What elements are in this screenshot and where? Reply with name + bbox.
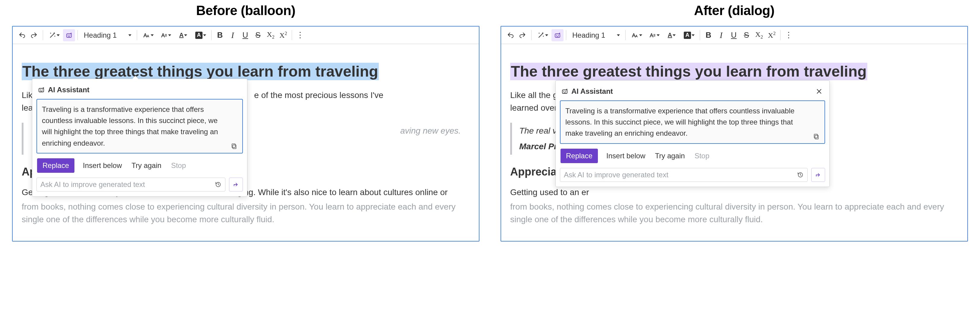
strikethrough-button[interactable]: S bbox=[740, 29, 752, 41]
document-body[interactable]: The three greatest things you learn from… bbox=[13, 44, 479, 241]
quote-fragment: aving new eyes. bbox=[400, 126, 461, 136]
copy-button[interactable] bbox=[231, 141, 239, 150]
chevron-down-icon bbox=[184, 34, 187, 36]
heading-select-label: Heading 1 bbox=[84, 31, 117, 40]
stop-button[interactable]: Stop bbox=[694, 150, 711, 162]
send-button[interactable] bbox=[229, 177, 243, 192]
copy-button[interactable] bbox=[813, 132, 821, 140]
ai-followup-input[interactable]: Ask AI to improve generated text bbox=[37, 177, 226, 192]
highlight-button[interactable]: A bbox=[192, 29, 209, 41]
more-button[interactable]: ⋮ bbox=[294, 29, 307, 41]
chevron-down-icon bbox=[673, 34, 676, 36]
insert-below-button[interactable]: Insert below bbox=[605, 150, 646, 162]
close-icon bbox=[816, 88, 822, 95]
ai-result-text: Traveling is a transformative experience… bbox=[42, 105, 218, 147]
try-again-button[interactable]: Try again bbox=[654, 150, 686, 162]
chevron-down-icon bbox=[657, 34, 660, 36]
doc-p1-fragment: e of the most precious lessons I've bbox=[254, 91, 383, 100]
doc-p2-line: single one of the differences while you … bbox=[510, 215, 763, 224]
ai-panel-title: AI Assistant bbox=[571, 86, 613, 97]
ai-commands-button[interactable] bbox=[534, 29, 551, 41]
highlight-icon: A bbox=[195, 32, 202, 39]
font-family-button[interactable] bbox=[646, 29, 662, 41]
ai-result-box: Traveling is a transformative experience… bbox=[560, 101, 825, 144]
try-again-button[interactable]: Try again bbox=[130, 160, 162, 172]
superscript-button[interactable]: X2 bbox=[277, 29, 289, 41]
chevron-down-icon bbox=[617, 34, 620, 36]
ai-result-box: Traveling is a transformative experience… bbox=[37, 99, 243, 153]
ai-bot-icon bbox=[561, 88, 568, 95]
chevron-down-icon bbox=[57, 34, 60, 36]
more-button[interactable]: ⋮ bbox=[783, 29, 795, 41]
doc-p1-fragment: Lik bbox=[22, 91, 33, 100]
strikethrough-button[interactable]: S bbox=[252, 29, 264, 41]
subscript-button[interactable]: X2 bbox=[264, 29, 277, 41]
doc-p2-line: from books, nothing comes close to exper… bbox=[510, 202, 944, 211]
toolbar: Heading 1 A A bbox=[501, 27, 967, 44]
ai-commands-button[interactable] bbox=[46, 29, 62, 41]
ai-assistant-dialog: AI Assistant Traveling is a transformati… bbox=[555, 80, 830, 187]
ai-assistant-button[interactable] bbox=[63, 29, 75, 41]
underline-button[interactable]: U bbox=[728, 29, 740, 41]
ai-followup-placeholder: Ask AI to improve generated text bbox=[564, 169, 668, 180]
stop-button[interactable]: Stop bbox=[170, 160, 187, 172]
redo-button[interactable] bbox=[28, 29, 40, 41]
more-vertical-icon: ⋮ bbox=[785, 30, 793, 40]
font-size-button[interactable] bbox=[140, 29, 156, 41]
column-title-before: Before (balloon) bbox=[12, 3, 479, 18]
font-color-icon: A bbox=[668, 32, 672, 38]
ai-panel-title: AI Assistant bbox=[48, 85, 89, 95]
chevron-down-icon bbox=[151, 34, 154, 36]
doc-p2-line: Getting used to an er bbox=[510, 188, 589, 197]
ai-bot-icon bbox=[38, 86, 45, 94]
toolbar: Heading 1 A A bbox=[13, 27, 479, 44]
doc-p2-line: from books, nothing comes close to exper… bbox=[22, 202, 456, 211]
chevron-down-icon bbox=[639, 34, 642, 36]
ai-assistant-button[interactable] bbox=[552, 29, 563, 41]
replace-button[interactable]: Replace bbox=[37, 158, 75, 173]
ai-followup-input[interactable]: Ask AI to improve generated text bbox=[560, 168, 808, 182]
chevron-down-icon bbox=[128, 34, 131, 36]
ai-result-text: Traveling is a transformative experience… bbox=[565, 107, 794, 137]
highlight-icon: A bbox=[684, 32, 691, 39]
italic-button[interactable]: I bbox=[227, 29, 239, 41]
history-button[interactable] bbox=[215, 181, 221, 188]
redo-button[interactable] bbox=[517, 29, 529, 41]
column-title-after: After (dialog) bbox=[501, 3, 968, 18]
bold-button[interactable]: B bbox=[214, 29, 226, 41]
insert-below-button[interactable]: Insert below bbox=[82, 160, 123, 172]
chevron-down-icon bbox=[168, 34, 171, 36]
close-button[interactable] bbox=[814, 86, 824, 96]
font-color-button[interactable]: A bbox=[175, 29, 191, 41]
font-size-button[interactable] bbox=[628, 29, 645, 41]
send-button[interactable] bbox=[811, 168, 825, 182]
highlight-button[interactable]: A bbox=[681, 29, 697, 41]
doc-heading-1[interactable]: The three greatest things you learn from… bbox=[22, 63, 379, 80]
bold-button[interactable]: B bbox=[702, 29, 714, 41]
undo-button[interactable] bbox=[504, 29, 516, 41]
replace-button[interactable]: Replace bbox=[560, 148, 598, 163]
font-family-button[interactable] bbox=[157, 29, 174, 41]
undo-button[interactable] bbox=[16, 29, 28, 41]
underline-button[interactable]: U bbox=[239, 29, 251, 41]
editor-before: Heading 1 A A bbox=[12, 26, 479, 241]
editor-after: Heading 1 A A bbox=[501, 26, 968, 241]
heading-select[interactable]: Heading 1 bbox=[80, 29, 134, 41]
history-button[interactable] bbox=[797, 172, 804, 178]
chevron-down-icon bbox=[203, 34, 206, 36]
font-color-button[interactable]: A bbox=[663, 29, 680, 41]
doc-heading-1[interactable]: The three greatest things you learn from… bbox=[510, 63, 867, 80]
doc-p2-line: single one of the differences while you … bbox=[22, 215, 274, 224]
more-vertical-icon: ⋮ bbox=[296, 30, 305, 40]
italic-button[interactable]: I bbox=[715, 29, 727, 41]
subscript-button[interactable]: X2 bbox=[753, 29, 765, 41]
ai-assistant-balloon: AI Assistant Traveling is a transformati… bbox=[32, 79, 247, 196]
chevron-down-icon bbox=[692, 34, 695, 36]
heading-select-label: Heading 1 bbox=[572, 31, 605, 40]
superscript-button[interactable]: X2 bbox=[766, 29, 778, 41]
chevron-down-icon bbox=[545, 34, 548, 36]
font-color-icon: A bbox=[179, 32, 183, 38]
document-body[interactable]: The three greatest things you learn from… bbox=[501, 44, 967, 241]
heading-select[interactable]: Heading 1 bbox=[569, 29, 623, 41]
ai-followup-placeholder: Ask AI to improve generated text bbox=[40, 179, 145, 190]
